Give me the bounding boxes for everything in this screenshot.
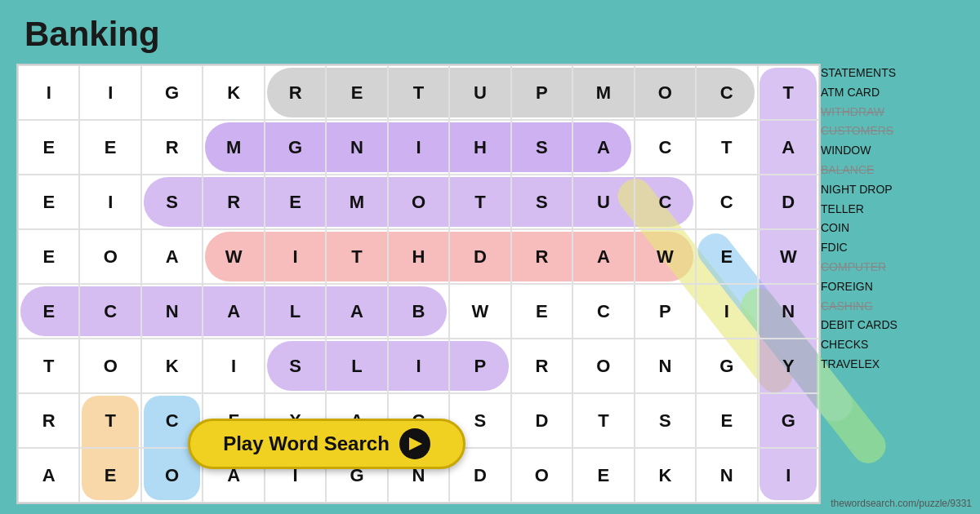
cell: I (79, 65, 140, 120)
cell: C (696, 175, 757, 229)
cell: W (635, 229, 696, 284)
cell: R (203, 175, 264, 229)
cell: E (18, 229, 79, 284)
attribution: thewordsearch.com/puzzle/9331 (831, 498, 972, 509)
cell: I (79, 175, 140, 229)
cell: I (203, 339, 264, 393)
cell: U (572, 175, 634, 229)
cell: K (141, 339, 203, 393)
cell: W (758, 229, 819, 284)
cell: N (635, 339, 696, 393)
cell: C (635, 120, 696, 175)
cell: I (388, 339, 449, 393)
cell: W (203, 229, 264, 284)
cell: N (141, 284, 203, 339)
cell: S (635, 393, 696, 448)
cell: I (388, 120, 449, 175)
cell: I (696, 284, 757, 339)
word-list-item: COIN (821, 219, 972, 238)
cell: E (18, 175, 79, 229)
cell: E (265, 175, 326, 229)
cell: Y (758, 339, 819, 393)
word-list-item: CHECKS (821, 335, 972, 355)
cell: O (79, 339, 140, 393)
cell: A (572, 229, 634, 284)
cell: R (511, 339, 572, 393)
cell: C (79, 284, 140, 339)
word-list-item: FOREIGN (821, 277, 972, 297)
cell: O (511, 448, 572, 503)
cell: P (449, 339, 510, 393)
cell: O (572, 339, 634, 393)
cell: W (449, 284, 510, 339)
cell: C (635, 175, 696, 229)
cell: K (635, 448, 696, 503)
play-button[interactable]: Play Word Search (188, 419, 466, 469)
word-list-item: WINDOW (821, 141, 972, 161)
cell: R (18, 393, 79, 448)
cell: G (696, 339, 757, 393)
cell: R (141, 120, 203, 175)
word-list-item: WITHDRAW (821, 103, 972, 122)
cell: G (758, 393, 819, 448)
word-list-item: BALANCE (821, 161, 972, 180)
cell: D (449, 229, 510, 284)
cell: A (326, 284, 387, 339)
word-list: STATEMENTSATM CARDWITHDRAWCUSTOMERSWINDO… (821, 64, 972, 374)
cell: E (572, 448, 634, 503)
cell: H (388, 229, 449, 284)
cell: T (18, 339, 79, 393)
cell: E (696, 229, 757, 284)
cell: P (635, 284, 696, 339)
word-list-item: TRAVELEX (821, 355, 972, 374)
word-list-item: CASHING (821, 297, 972, 317)
word-list-item: STATEMENTS (821, 64, 972, 83)
word-list-item: FDIC (821, 238, 972, 258)
cell: R (511, 229, 572, 284)
cell: D (511, 393, 572, 448)
cell: S (141, 175, 203, 229)
cell: S (265, 339, 326, 393)
cell: T (326, 229, 387, 284)
word-list-item: DEBIT CARDS (821, 316, 972, 335)
cell: I (265, 229, 326, 284)
cell: L (265, 284, 326, 339)
word-list-item: NIGHT DROP (821, 180, 972, 200)
cell: E (18, 120, 79, 175)
word-list-item: COMPUTER (821, 258, 972, 277)
cell: G (141, 65, 203, 120)
cell: P (511, 65, 572, 120)
cell: G (265, 120, 326, 175)
cell: H (449, 120, 510, 175)
cell: C (696, 65, 757, 120)
cell: A (758, 120, 819, 175)
cell: S (511, 120, 572, 175)
cell: M (203, 120, 264, 175)
cell: N (758, 284, 819, 339)
cell: D (758, 175, 819, 229)
cell: E (511, 284, 572, 339)
play-button-label: Play Word Search (223, 432, 390, 455)
cell: N (326, 120, 387, 175)
cell: L (326, 339, 387, 393)
cell: T (572, 393, 634, 448)
cell: E (79, 120, 140, 175)
cell: M (326, 175, 387, 229)
cell: A (18, 448, 79, 503)
cell: O (635, 65, 696, 120)
word-list-item: ATM CARD (821, 83, 972, 103)
cell: R (265, 65, 326, 120)
cell: T (79, 393, 140, 448)
cell: E (696, 393, 757, 448)
cell: O (388, 175, 449, 229)
cell: B (388, 284, 449, 339)
word-list-item: CUSTOMERS (821, 122, 972, 141)
cell: K (203, 65, 264, 120)
cell: E (18, 284, 79, 339)
play-icon (399, 428, 430, 459)
cell: U (449, 65, 510, 120)
cell: C (572, 284, 634, 339)
cell: S (511, 175, 572, 229)
cell: A (572, 120, 634, 175)
page-title: Banking (24, 15, 160, 54)
